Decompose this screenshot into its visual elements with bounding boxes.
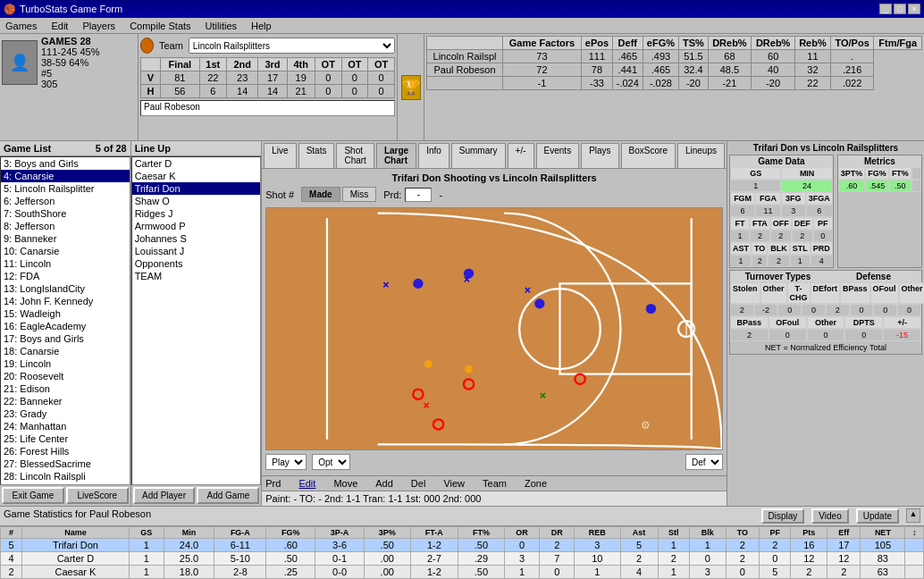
lineup-item[interactable]: Opponents (132, 257, 261, 270)
lineup-item[interactable]: Caesar K (132, 170, 261, 182)
chart-tab-boxscore[interactable]: BoxScore (621, 143, 676, 168)
menu-games[interactable]: Games (2, 20, 40, 32)
game-list-item[interactable]: 7: SouthShore (1, 207, 130, 220)
defort-h: DEfort (811, 282, 841, 304)
chart-tab-plays[interactable]: Plays (581, 143, 618, 168)
miss-button[interactable]: Miss (342, 187, 377, 202)
game-list-item[interactable]: 26: Forest Hills (1, 445, 130, 457)
game-list-item[interactable]: 9: Banneker (1, 232, 130, 245)
chart-tab-shot-chart[interactable]: Shot Chart (336, 143, 374, 168)
exit-game-button[interactable]: Exit Game (2, 487, 64, 504)
stats-header-buttons: Display Video Update ▲ (761, 508, 920, 524)
lineup-item[interactable]: Carter D (132, 157, 261, 170)
game-list-item[interactable]: 8: Jefferson (1, 220, 130, 232)
game-list-item[interactable]: 15: Wadleigh (1, 307, 130, 320)
game-list-item[interactable]: 12: FDA (1, 270, 130, 282)
edit-action[interactable]: Edit (298, 478, 315, 489)
opt-select[interactable]: Opt (312, 454, 350, 470)
maximize-button[interactable]: □ (894, 4, 906, 14)
def-select[interactable]: Def (685, 454, 723, 470)
team-action[interactable]: Team (483, 478, 507, 489)
del-action[interactable]: Del (411, 478, 426, 489)
game-list-box[interactable]: 3: Boys and Girls4: Canarsie5: Lincoln R… (0, 156, 130, 485)
game-list-panel: Game List 5 of 28 3: Boys and Girls4: Ca… (0, 141, 131, 506)
game-list-item[interactable]: 3: Boys and Girls (1, 157, 130, 170)
game-list-item[interactable]: 28: Lincoln Railspli (1, 470, 130, 482)
gf-v3-4: -.028 (643, 77, 679, 90)
chart-tab-info[interactable]: Info (418, 143, 449, 168)
add-player-button[interactable]: Add Player (133, 487, 196, 504)
livescore-button[interactable]: LiveScore (66, 487, 129, 504)
game-list-item[interactable]: 14: John F. Kennedy (1, 295, 130, 307)
prd-input[interactable] (405, 188, 432, 202)
update-button[interactable]: Update (856, 508, 899, 524)
gf-v2-9: .216 (830, 63, 874, 77)
zone-action[interactable]: Zone (525, 478, 547, 489)
menu-compile-stats[interactable]: Compile Stats (126, 20, 194, 32)
menu-edit[interactable]: Edit (47, 20, 71, 32)
lineup-item[interactable]: Johannes S (132, 232, 261, 245)
chart-tab-plus-minus-[interactable]: +/- (508, 143, 534, 168)
chart-tab-summary[interactable]: Summary (451, 143, 506, 168)
menu-help[interactable]: Help (248, 20, 275, 32)
lineup-item[interactable]: TEAM (132, 270, 261, 282)
game-list-item[interactable]: 25: Life Center (1, 432, 130, 445)
prd-label: Prd: (383, 189, 401, 200)
add-action[interactable]: Add (375, 478, 393, 489)
ft-v: 1 (730, 230, 750, 242)
view-action[interactable]: View (443, 478, 465, 489)
chart-tab-large-chart[interactable]: Large Chart (376, 143, 416, 168)
game-list-item[interactable]: 21: Edison (1, 382, 130, 395)
game-list-item[interactable]: 11: Lincoln (1, 257, 130, 270)
basketball-court[interactable]: Ucst Blk LSS TO 2nd Tran × (265, 207, 723, 450)
game-list-item[interactable]: 5: Lincoln Railsplitter (1, 182, 130, 195)
game-list-item[interactable]: 20: Roosevelt (1, 370, 130, 382)
scroll-up-button[interactable]: ▲ (906, 508, 920, 523)
menu-players[interactable]: Players (79, 20, 119, 32)
chart-tab-stats[interactable]: Stats (298, 143, 335, 168)
stats-cell: 24.0 (164, 539, 214, 552)
lineup-item[interactable]: Shaw O (132, 195, 261, 207)
3fga-v: 6 (806, 205, 833, 217)
stats-cell: 63 (861, 566, 905, 579)
menu-utilities[interactable]: Utilities (202, 20, 240, 32)
team-select[interactable]: Lincoln Railsplitters (189, 38, 395, 54)
lineup-item[interactable]: Trifari Don (132, 182, 261, 195)
stats-cell: Caesar K (21, 566, 129, 579)
game-list-item[interactable]: 17: Boys and Girls (1, 332, 130, 345)
game-list-item[interactable]: 23: Grady (1, 407, 130, 420)
gf-col-ts: TS% (679, 37, 708, 50)
move-action[interactable]: Move (333, 478, 357, 489)
game-list-item[interactable]: 4: Canarsie (1, 170, 130, 182)
minimize-button[interactable]: _ (879, 4, 892, 14)
game-list-item[interactable]: 13: LongIslandCity (1, 282, 130, 295)
chart-tab-events[interactable]: Events (536, 143, 580, 168)
chart-tab-lineups[interactable]: Lineups (677, 143, 725, 168)
stats-row[interactable]: 5Trifari Don124.06-11.603-6.501-2.500235… (1, 539, 924, 552)
play-select[interactable]: Play (265, 454, 307, 470)
lineup-item[interactable]: Louissant J (132, 245, 261, 257)
display-button[interactable]: Display (761, 508, 805, 524)
add-game-button[interactable]: Add Game (197, 487, 259, 504)
stats-row[interactable]: 4Carter D125.05-10.500-1.002-7.293710220… (1, 552, 924, 566)
game-list-item[interactable]: 22: Banneker (1, 395, 130, 407)
lineup-item[interactable]: Ridges J (132, 207, 261, 220)
game-list-item[interactable]: 19: Lincoln (1, 357, 130, 370)
game-list-item[interactable]: 18: Canarsie (1, 345, 130, 357)
lineup-item[interactable]: Armwood P (132, 220, 261, 232)
game-list-item[interactable]: 27: BlessedSacrime (1, 457, 130, 470)
title-bar-controls[interactable]: _ □ × (879, 4, 920, 14)
visitor-label: V (141, 71, 161, 85)
game-list-item[interactable]: 16: EagleAcademy (1, 320, 130, 332)
chart-tab-live[interactable]: Live (264, 143, 296, 168)
game-list-item[interactable]: 10: Canarsie (1, 245, 130, 257)
game-list-item[interactable]: 24: Manhattan (1, 420, 130, 432)
close-button[interactable]: × (908, 4, 920, 14)
stats-row[interactable]: 2Caesar K118.02-8.250-0.001-2.5010141305… (1, 566, 924, 579)
made-button[interactable]: Made (301, 187, 340, 202)
fga-v: 11 (755, 205, 780, 217)
game-list-item[interactable]: 6: Jefferson (1, 195, 130, 207)
stats-cell: .60 (266, 539, 315, 552)
lineup-list-box[interactable]: Carter DCaesar KTrifari DonShaw ORidges … (131, 156, 262, 485)
video-button[interactable]: Video (811, 508, 848, 524)
